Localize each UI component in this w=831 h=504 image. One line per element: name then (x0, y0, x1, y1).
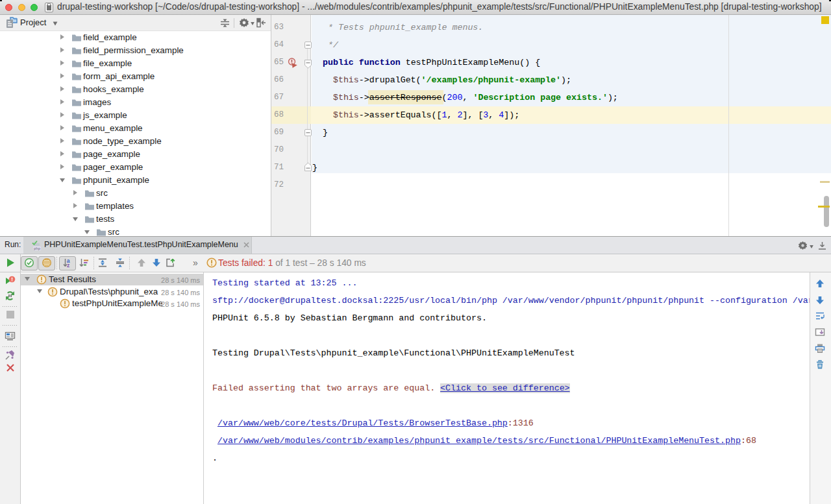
svg-text:php: php (34, 246, 41, 250)
svg-text:z: z (67, 262, 69, 268)
